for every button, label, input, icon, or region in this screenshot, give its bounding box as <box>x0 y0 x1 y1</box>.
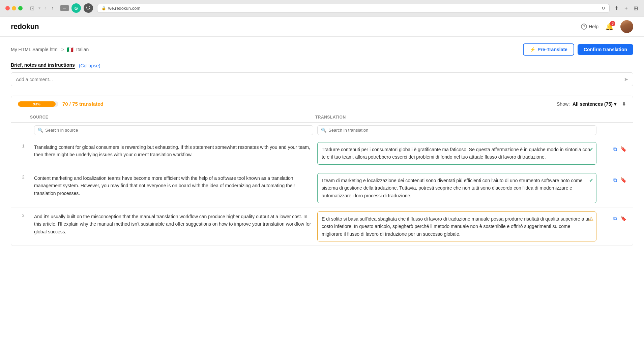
warning-icon: ⚠ <box>589 215 593 223</box>
bookmark-icon[interactable]: 🔖 <box>620 145 627 153</box>
row-actions: ⧉ 🔖 <box>601 142 627 153</box>
search-translation-wrapper[interactable]: 🔍 <box>317 125 596 135</box>
grammarly-icon[interactable]: G <box>71 3 81 13</box>
pre-translate-button[interactable]: ⚡ Pre-Translate <box>523 43 574 56</box>
progress-percent: 93% <box>33 102 40 106</box>
row-actions: ⧉ 🔖 <box>601 173 627 184</box>
new-tab-icon[interactable]: ＋ <box>623 4 630 12</box>
table-row: 2 Content marketing and localization tea… <box>11 169 633 207</box>
copy-icon[interactable]: ⧉ <box>613 215 618 222</box>
help-circle-icon: ? <box>581 24 587 30</box>
flag-icon: 🇮🇹 <box>67 46 74 53</box>
row-actions: ⧉ 🔖 <box>601 211 627 222</box>
chevron-down-icon: ▾ <box>614 101 616 107</box>
pre-translate-label: Pre-Translate <box>537 47 567 52</box>
address-bar[interactable]: 🔒 we.redokun.com ↻ <box>97 4 610 13</box>
source-text: Content marketing and localization teams… <box>34 173 313 197</box>
show-label: Show: <box>557 101 570 107</box>
search-source-icon: 🔍 <box>38 128 43 133</box>
search-translation-input[interactable] <box>328 128 593 133</box>
tab-group: ··· <box>60 5 69 11</box>
translation-rows: 1 Translating content for global consume… <box>11 138 633 246</box>
notification-badge: 3 <box>610 21 615 26</box>
browser-tools: ⬆ ＋ ⊞ <box>614 4 639 12</box>
avatar[interactable] <box>620 20 633 33</box>
confirm-translation-button[interactable]: Confirm translation <box>578 44 633 55</box>
show-section: Show: All sentences (75) ▾ ⬇ <box>557 101 626 107</box>
bookmark-icon[interactable]: 🔖 <box>620 176 627 184</box>
row-number: 3 <box>17 211 30 218</box>
row-number: 1 <box>17 142 30 149</box>
comment-input-wrapper[interactable]: ➤ <box>11 72 633 86</box>
url-text: we.redokun.com <box>108 6 140 11</box>
breadcrumb: My HTML Sample.html > 🇮🇹 Italian <box>11 46 89 53</box>
table-row: 3 And it's usually built on the misconce… <box>11 207 633 246</box>
notification-button[interactable]: 🔔 3 <box>605 23 614 31</box>
progress-section: 93% 70 / 75 translated <box>18 101 104 107</box>
source-text: And it's usually built on the misconcept… <box>34 211 313 235</box>
row-number: 2 <box>17 173 30 179</box>
browser-chrome: ⊡ ▾ ‹ › ··· G 🛡 🔒 we.redokun.com ↻ ⬆ ＋ ⊞ <box>0 0 644 17</box>
share-icon[interactable]: ⬆ <box>614 4 619 12</box>
header-right: ? Help 🔔 3 <box>581 20 633 33</box>
translation-box[interactable]: E di solito si basa sull'idea sbagliata … <box>317 211 596 241</box>
app-logo[interactable]: redokun <box>11 22 39 31</box>
minimize-button[interactable] <box>12 6 16 10</box>
help-label: Help <box>589 24 598 29</box>
translated-count: 70 / 75 translated <box>62 101 104 107</box>
table-header-bar: 93% 70 / 75 translated Show: All sentenc… <box>11 96 633 112</box>
progress-bar: 93% <box>18 101 58 107</box>
bookmark-icon[interactable]: 🔖 <box>620 215 627 222</box>
col-header-translation: TRANSLATION <box>315 115 601 120</box>
search-source-input[interactable] <box>45 128 310 133</box>
search-source-wrapper[interactable]: 🔍 <box>34 125 313 135</box>
avatar-image <box>620 20 633 33</box>
close-button[interactable] <box>5 6 10 10</box>
maximize-button[interactable] <box>18 6 23 10</box>
copy-icon[interactable]: ⧉ <box>613 176 618 184</box>
check-icon: ✔ <box>589 145 593 154</box>
search-row: 🔍 🔍 <box>11 123 633 138</box>
translation-box[interactable]: I team di marketing e localizzazione dei… <box>317 173 596 203</box>
top-actions: ⚡ Pre-Translate Confirm translation <box>523 43 633 56</box>
forward-button[interactable]: › <box>50 4 55 12</box>
translation-box[interactable]: Tradurre contenuti per i consumatori glo… <box>317 142 596 165</box>
browser-nav: ⊡ ▾ ‹ › <box>29 4 55 12</box>
show-value: All sentences (75) <box>573 101 613 107</box>
search-translation-icon: 🔍 <box>321 128 326 133</box>
breadcrumb-separator: > <box>61 47 64 52</box>
progress-fill: 93% <box>18 101 56 107</box>
collapse-link[interactable]: (Collapse) <box>79 63 100 68</box>
breadcrumb-file[interactable]: My HTML Sample.html <box>11 47 59 52</box>
show-dropdown[interactable]: All sentences (75) ▾ <box>573 101 616 107</box>
sidebar-toggle[interactable]: ⊡ <box>29 4 36 12</box>
brief-section: Brief, notes and instructions (Collapse)… <box>11 62 633 86</box>
lock-icon: 🔒 <box>101 6 106 10</box>
columns-header: SOURCE TRANSLATION <box>11 112 633 123</box>
traffic-lights <box>5 6 23 10</box>
comment-input[interactable] <box>16 77 624 82</box>
grid-icon[interactable]: ⊞ <box>633 4 639 12</box>
col-header-source: SOURCE <box>30 115 315 120</box>
back-button[interactable]: ‹ <box>43 4 48 12</box>
help-button[interactable]: ? Help <box>581 24 598 30</box>
copy-icon[interactable]: ⧉ <box>613 145 618 153</box>
reload-button[interactable]: ↻ <box>602 6 605 11</box>
brief-header: Brief, notes and instructions (Collapse) <box>11 62 633 69</box>
send-icon[interactable]: ➤ <box>624 76 628 83</box>
app-header: redokun ? Help 🔔 3 <box>0 17 644 37</box>
source-text: Translating content for global consumers… <box>34 142 313 159</box>
table-row: 1 Translating content for global consume… <box>11 138 633 169</box>
lightning-icon: ⚡ <box>530 47 535 52</box>
content-area: My HTML Sample.html > 🇮🇹 Italian ⚡ Pre-T… <box>0 37 644 361</box>
brief-title: Brief, notes and instructions <box>11 62 75 69</box>
breadcrumb-language: Italian <box>76 47 89 52</box>
translation-table: 93% 70 / 75 translated Show: All sentenc… <box>11 96 633 246</box>
shield-icon[interactable]: 🛡 <box>84 3 93 13</box>
download-icon[interactable]: ⬇ <box>622 101 626 107</box>
page-top: My HTML Sample.html > 🇮🇹 Italian ⚡ Pre-T… <box>11 43 633 56</box>
check-icon: ✔ <box>589 176 593 185</box>
